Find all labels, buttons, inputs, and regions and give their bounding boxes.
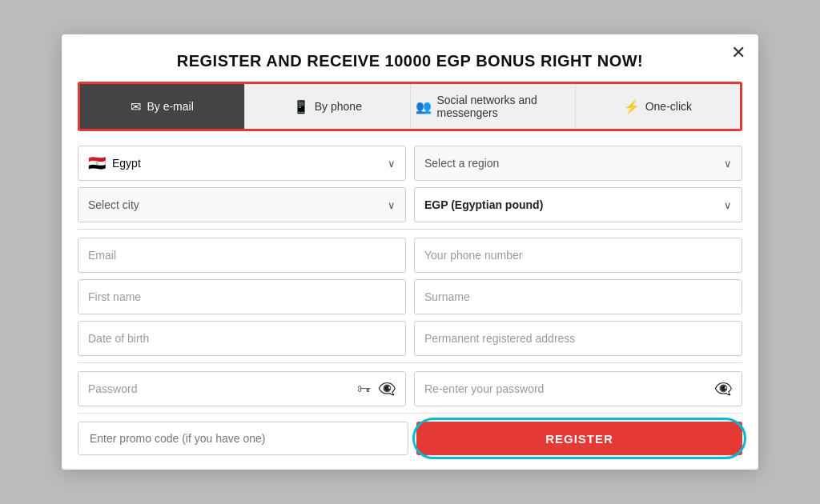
city-chevron-icon: ∨ xyxy=(388,199,396,211)
password-input[interactable]: Password 🗝 👁‍🗨 xyxy=(78,371,406,406)
city-placeholder: Select city xyxy=(88,198,139,211)
tab-email[interactable]: ✉ By e-mail xyxy=(80,84,245,129)
region-chevron-icon: ∨ xyxy=(724,158,732,170)
city-currency-row: Select city ∨ EGP (Egyptian pound) ∨ xyxy=(78,187,742,222)
promo-register-row: REGISTER xyxy=(78,422,742,455)
city-select[interactable]: Select city ∨ xyxy=(78,187,406,222)
tab-social-label: Social networks and messengers xyxy=(437,94,570,119)
email-icon: ✉ xyxy=(131,99,141,114)
tab-oneclick-label: One-click xyxy=(645,100,692,113)
phone-input[interactable]: Your phone number xyxy=(414,238,742,273)
tab-phone[interactable]: 📱 By phone xyxy=(245,84,410,129)
modal-title: REGISTER AND RECEIVE 10000 EGP BONUS RIG… xyxy=(62,34,758,82)
phone-placeholder: Your phone number xyxy=(424,249,732,262)
name-row: First name Surname xyxy=(78,279,742,314)
tab-oneclick[interactable]: ⚡ One-click xyxy=(576,84,740,129)
tabs-container: ✉ By e-mail 📱 By phone 👥 Social networks… xyxy=(78,82,742,131)
country-label: Egypt xyxy=(112,157,141,170)
lightning-icon: ⚡ xyxy=(624,99,640,114)
repassword-placeholder: Re-enter your password xyxy=(424,382,714,395)
country-region-row: 🇪🇬 Egypt ∨ Select a region ∨ xyxy=(78,146,742,181)
eye-slash-icon[interactable]: 👁‍🗨 xyxy=(378,380,396,398)
password-placeholder: Password xyxy=(88,382,357,395)
country-flag: 🇪🇬 xyxy=(88,154,106,172)
phone-icon: 📱 xyxy=(293,99,309,114)
region-placeholder: Select a region xyxy=(424,157,499,170)
dob-address-row: Date of birth Permanent registered addre… xyxy=(78,321,742,356)
firstname-input[interactable]: First name xyxy=(78,279,406,314)
firstname-placeholder: First name xyxy=(88,290,396,303)
modal-overlay: ✕ REGISTER AND RECEIVE 10000 EGP BONUS R… xyxy=(0,0,820,504)
key-icon[interactable]: 🗝 xyxy=(357,381,372,398)
eye-slash-icon-2[interactable]: 👁‍🗨 xyxy=(714,380,732,398)
form-area: 🇪🇬 Egypt ∨ Select a region ∨ Select city xyxy=(62,146,758,470)
tab-social[interactable]: 👥 Social networks and messengers xyxy=(411,84,576,129)
surname-input[interactable]: Surname xyxy=(414,279,742,314)
promo-input[interactable] xyxy=(78,422,408,455)
repassword-icons: 👁‍🗨 xyxy=(714,380,732,398)
email-phone-row: Email Your phone number xyxy=(78,238,742,273)
dob-input[interactable]: Date of birth xyxy=(78,321,406,356)
currency-label: EGP (Egyptian pound) xyxy=(424,198,543,211)
dob-placeholder: Date of birth xyxy=(88,332,396,345)
address-placeholder: Permanent registered address xyxy=(424,332,732,345)
email-input[interactable]: Email xyxy=(78,238,406,273)
region-select[interactable]: Select a region ∨ xyxy=(414,146,742,181)
repassword-input[interactable]: Re-enter your password 👁‍🗨 xyxy=(414,371,742,406)
currency-select[interactable]: EGP (Egyptian pound) ∨ xyxy=(414,187,742,222)
email-placeholder: Email xyxy=(88,249,396,262)
country-select[interactable]: 🇪🇬 Egypt ∨ xyxy=(78,146,406,181)
divider-3 xyxy=(78,413,742,414)
password-row: Password 🗝 👁‍🗨 Re-enter your password 👁‍… xyxy=(78,371,742,406)
modal: ✕ REGISTER AND RECEIVE 10000 EGP BONUS R… xyxy=(62,34,758,470)
divider-2 xyxy=(78,362,742,363)
tab-email-label: By e-mail xyxy=(147,100,193,113)
surname-placeholder: Surname xyxy=(424,290,732,303)
country-chevron-icon: ∨ xyxy=(388,158,396,170)
divider-1 xyxy=(78,229,742,230)
currency-chevron-icon: ∨ xyxy=(724,199,732,211)
register-button[interactable]: REGISTER xyxy=(416,422,742,455)
social-icon: 👥 xyxy=(416,99,432,114)
password-icons: 🗝 👁‍🗨 xyxy=(357,380,396,398)
tab-phone-label: By phone xyxy=(315,100,362,113)
address-input[interactable]: Permanent registered address xyxy=(414,321,742,356)
close-button[interactable]: ✕ xyxy=(731,44,746,62)
